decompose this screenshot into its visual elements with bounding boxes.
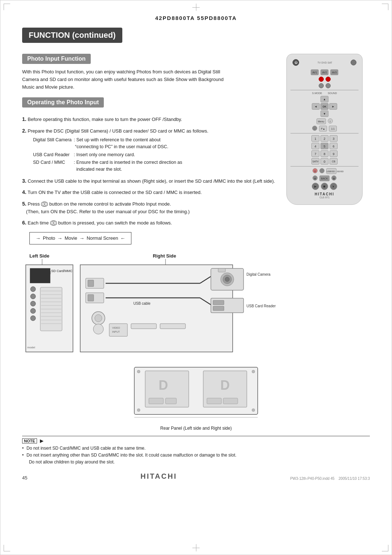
rear-letter-d-right: D [220,378,230,393]
step-2-row3-desc: : Ensure the card is inserted in the cor… [74,159,184,174]
digital-camera-label: Digital Camera [246,272,271,276]
btn-d[interactable] [319,77,324,82]
remote-power-btn[interactable]: ⏻ [293,59,299,66]
step-6-text: Each time Ⓧ button is pressed, you can s… [28,220,172,226]
screw-tl [137,370,140,373]
usb-port2-inner [88,295,94,301]
btn-g[interactable] [326,83,331,88]
btn-7[interactable]: 7 [311,150,319,157]
reader-slot2 [213,306,224,311]
rear-connector1 [149,398,163,404]
step-2-row3-label: SD Card / MMC [33,159,74,174]
step-5-num: 5. [22,201,26,207]
note-list: Do not insert SD Card/MMC and USB cable … [22,445,370,466]
btn-5[interactable]: 5 [320,143,328,149]
note-item-2: Do not insert anything other than SD Car… [22,452,370,466]
right-panel-box [80,265,233,352]
nav-ok-btn[interactable]: OK [320,103,328,110]
left-btn3 [30,301,36,306]
rear-panel-wrap: D D Rear Panel (Left side and Right side… [22,364,370,431]
intro-text: With this Photo Input function, you can … [22,68,233,91]
nav-up-btn[interactable]: ▲ [320,96,328,102]
right-circle-inner [95,315,102,322]
nav-left-btn[interactable]: ◄ [312,103,320,110]
btn-j2[interactable]: P▲ [319,126,327,131]
btn-3[interactable]: 3 [330,135,338,142]
btn-dot[interactable]: SAT# [311,158,319,165]
btn-9[interactable]: 9 [330,150,338,157]
remote-model-label: CLE-971 [290,196,359,199]
rear-connector3 [207,398,221,404]
right-extra-text2: INPUT [112,331,120,333]
remote-nav-pad: ▲ ◄ OK ► ▼ [312,96,337,117]
btn-2[interactable]: 2 [320,135,328,142]
divider-1 [290,90,359,90]
step-2-num: 2. [22,128,26,134]
btn-av1[interactable]: AV1 [311,69,319,75]
btn-1[interactable]: 1 [311,135,319,142]
step-1-num: 1. [22,116,26,122]
rear-connector2 [166,398,176,404]
screw-bl [137,409,140,412]
btn-8[interactable]: 8 [320,150,328,157]
btn-m1[interactable]: ▶ [312,183,319,190]
rear-panel-label: Rear Panel (Left side and Right side) [22,426,370,431]
btn-j3[interactable]: 1:1 [329,126,337,131]
note-section: NOTE ▶ Do not insert SD Card/MMC and USB… [22,436,370,466]
flow-movie: Movie [65,235,77,241]
btn-colored3[interactable]: ⊗ [331,175,336,181]
step-1: 1. Before operating this function, make … [22,116,279,123]
step-3-text: Connect the USB cable to the input termi… [28,178,275,184]
divider-2 [290,133,359,134]
btn-menu[interactable]: Menu [317,118,326,124]
remote-control-area: ⏻ TV DVD SAT AV1 AV2 AV3 [286,54,370,205]
left-btn2 [30,294,36,299]
btn-0[interactable]: 0 [320,158,328,165]
hitachi-brand: HITACHI [140,472,177,481]
footer: 45 HITACHI PW3-12th-P40-P50.indd 45 2005… [22,472,370,481]
sd-card-text: SD Card/MMC [51,269,73,273]
camera-viewfinder [218,268,225,272]
nav-down-btn[interactable]: ▼ [320,110,328,117]
remote-top-circle[interactable] [351,60,356,65]
reader-slot1 [213,300,224,305]
left-btn1 [30,287,36,292]
note-title: NOTE ▶ [22,438,370,443]
right-side-label: Right Side [153,253,176,259]
btn-m3[interactable]: ⏵ [330,183,337,190]
left-side-label: Left Side [29,253,49,259]
remote-brand-label: HITACHI [290,192,359,196]
usb-card-reader-label: USB Card Reader [246,304,276,308]
nav-right-btn[interactable]: ► [329,103,337,110]
btn-f[interactable] [319,83,324,88]
audio-connector [131,324,156,329]
btn-av3[interactable]: AV3 [330,69,338,75]
btn-k3[interactable]: USB/SD→SD/SD [326,168,336,174]
step-2: 2. Prepare the DSC (Digital Still Camera… [22,127,279,174]
btn-colored2[interactable]: BACK [319,175,330,181]
screw-tr [252,370,255,373]
btn-k1[interactable]: ⊙ [313,168,318,173]
remote-control: ⏻ TV DVD SAT AV1 AV2 AV3 [286,54,363,205]
btn-i[interactable]: i [328,118,333,123]
btn-av2[interactable]: AV2 [320,69,328,75]
btn-e[interactable] [326,77,331,82]
btn-m2[interactable]: ⏹ [321,183,328,190]
rear-connector4 [223,398,238,404]
btn-k2[interactable] [319,168,324,173]
header-model: 42PD8800TA 55PD8800TA [22,15,370,21]
usb-port1-inner [88,280,94,287]
btn-j1[interactable]: - [312,126,317,131]
left-panel-bottom-text: model [27,346,35,349]
divider-3 [290,166,359,167]
screw-br [252,409,255,412]
btn-4[interactable]: 4 [311,143,319,149]
btn-colored1[interactable]: ⊕ [313,175,318,181]
step-4: 4. Turn ON the TV after the USB cable is… [22,189,279,197]
step-2-table: Digital Still Camera : Set up with refer… [33,136,184,174]
right-extra-text1: VIDEO [112,327,120,329]
btn-6[interactable]: 6 [330,143,338,149]
step-3-num: 3. [22,178,26,184]
step-5-text: Press Ⓧ button on the remote control to … [22,201,190,214]
btn-cb[interactable]: CB [330,158,338,165]
